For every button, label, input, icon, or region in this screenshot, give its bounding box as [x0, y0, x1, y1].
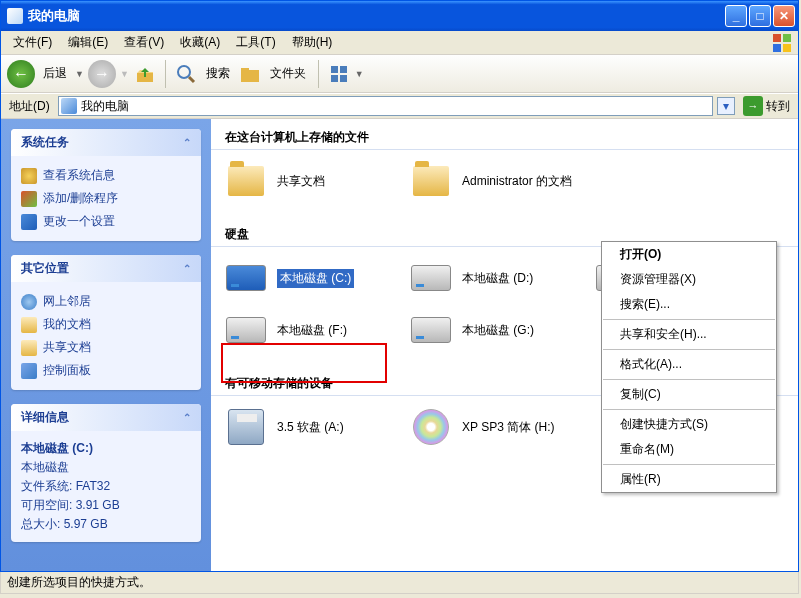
collapse-icon: ⌃: [183, 263, 191, 274]
floppy-icon: [225, 406, 267, 448]
views-dropdown-icon[interactable]: ▼: [355, 69, 364, 79]
svg-rect-0: [773, 34, 781, 42]
go-label: 转到: [766, 98, 790, 115]
panel-header[interactable]: 详细信息⌃: [11, 404, 201, 431]
cd-icon: [410, 406, 452, 448]
menu-explorer[interactable]: 资源管理器(X): [602, 267, 776, 292]
back-label[interactable]: 后退: [43, 65, 67, 82]
item-disk-c[interactable]: 本地磁盘 (C:): [225, 257, 390, 299]
item-disk-d[interactable]: 本地磁盘 (D:): [410, 257, 575, 299]
item-shared-documents[interactable]: 共享文档: [225, 160, 390, 202]
menu-rename[interactable]: 重命名(M): [602, 437, 776, 462]
window-title: 我的电脑: [28, 7, 723, 25]
menu-format[interactable]: 格式化(A)...: [602, 352, 776, 377]
settings-icon: [21, 214, 37, 230]
minimize-button[interactable]: _: [725, 5, 747, 27]
item-cd-h[interactable]: XP SP3 简体 (H:): [410, 406, 575, 448]
svg-rect-11: [340, 75, 347, 82]
svg-rect-6: [241, 70, 259, 82]
menu-open[interactable]: 打开(O): [602, 242, 776, 267]
item-admin-documents[interactable]: Administrator 的文档: [410, 160, 575, 202]
sidebar-item-change-setting[interactable]: 更改一个设置: [21, 210, 191, 233]
menu-properties[interactable]: 属性(R): [602, 467, 776, 492]
sidebar-item-system-info[interactable]: 查看系统信息: [21, 164, 191, 187]
menu-shortcut[interactable]: 创建快捷方式(S): [602, 412, 776, 437]
menu-separator: [603, 349, 775, 350]
disk-icon: [225, 309, 267, 351]
content-area[interactable]: 在这台计算机上存储的文件 共享文档 Administrator 的文档 硬盘 本…: [211, 119, 798, 571]
section-header-stored-files: 在这台计算机上存储的文件: [211, 119, 798, 150]
search-label[interactable]: 搜索: [206, 65, 230, 82]
svg-rect-10: [331, 75, 338, 82]
go-button[interactable]: → 转到: [739, 96, 794, 116]
sidebar-item-my-documents[interactable]: 我的文档: [21, 313, 191, 336]
address-field[interactable]: 我的电脑: [58, 96, 713, 116]
svg-rect-7: [241, 68, 249, 71]
my-computer-icon: [61, 98, 77, 114]
svg-rect-8: [331, 66, 338, 73]
menu-file[interactable]: 文件(F): [5, 31, 60, 54]
panel-header[interactable]: 其它位置⌃: [11, 255, 201, 282]
menu-separator: [603, 464, 775, 465]
menu-view[interactable]: 查看(V): [116, 31, 172, 54]
close-button[interactable]: ✕: [773, 5, 795, 27]
add-remove-icon: [21, 191, 37, 207]
item-floppy-a[interactable]: 3.5 软盘 (A:): [225, 406, 390, 448]
panel-other-places: 其它位置⌃ 网上邻居 我的文档 共享文档 控制面板: [11, 255, 201, 390]
sidebar-item-shared-docs[interactable]: 共享文档: [21, 336, 191, 359]
address-value: 我的电脑: [81, 98, 129, 115]
svg-rect-9: [340, 66, 347, 73]
toolbar-separator: [165, 60, 166, 88]
titlebar[interactable]: 我的电脑 _ □ ✕: [1, 1, 798, 31]
menu-search[interactable]: 搜索(E)...: [602, 292, 776, 317]
maximize-button[interactable]: □: [749, 5, 771, 27]
menu-share[interactable]: 共享和安全(H)...: [602, 322, 776, 347]
panel-header[interactable]: 系统任务⌃: [11, 129, 201, 156]
menu-separator: [603, 319, 775, 320]
item-disk-g[interactable]: 本地磁盘 (G:): [410, 309, 575, 351]
address-label: 地址(D): [5, 98, 54, 115]
svg-point-4: [178, 66, 190, 78]
back-dropdown-icon[interactable]: ▼: [75, 69, 84, 79]
context-menu: 打开(O) 资源管理器(X) 搜索(E)... 共享和安全(H)... 格式化(…: [601, 241, 777, 493]
detail-filesystem: 文件系统: FAT32: [21, 477, 191, 496]
sidebar-item-add-remove[interactable]: 添加/删除程序: [21, 187, 191, 210]
disk-icon: [410, 257, 452, 299]
folder-icon: [410, 160, 452, 202]
sidebar-item-control-panel[interactable]: 控制面板: [21, 359, 191, 382]
svg-line-5: [189, 77, 194, 82]
views-button[interactable]: [327, 62, 351, 86]
address-dropdown-icon[interactable]: ▾: [717, 97, 735, 115]
forward-dropdown-icon: ▼: [120, 69, 129, 79]
search-icon[interactable]: [174, 62, 198, 86]
shared-icon: [21, 340, 37, 356]
info-icon: [21, 168, 37, 184]
menu-favorites[interactable]: 收藏(A): [172, 31, 228, 54]
item-disk-f[interactable]: 本地磁盘 (F:): [225, 309, 390, 351]
toolbar-separator: [318, 60, 319, 88]
folders-label[interactable]: 文件夹: [270, 65, 306, 82]
menu-help[interactable]: 帮助(H): [284, 31, 341, 54]
my-computer-icon: [7, 8, 23, 24]
forward-button[interactable]: →: [88, 60, 116, 88]
detail-total-size: 总大小: 5.97 GB: [21, 515, 191, 534]
sidebar-item-network[interactable]: 网上邻居: [21, 290, 191, 313]
address-bar: 地址(D) 我的电脑 ▾ → 转到: [1, 93, 798, 119]
sidebar: 系统任务⌃ 查看系统信息 添加/删除程序 更改一个设置 其它位置⌃ 网上邻居 我…: [1, 119, 211, 571]
menu-edit[interactable]: 编辑(E): [60, 31, 116, 54]
collapse-icon: ⌃: [183, 412, 191, 423]
panel-details: 详细信息⌃ 本地磁盘 (C:) 本地磁盘 文件系统: FAT32 可用空间: 3…: [11, 404, 201, 542]
folders-icon[interactable]: [238, 62, 262, 86]
up-button[interactable]: [133, 62, 157, 86]
detail-free-space: 可用空间: 3.91 GB: [21, 496, 191, 515]
disk-icon: [225, 257, 267, 299]
menu-copy[interactable]: 复制(C): [602, 382, 776, 407]
detail-name: 本地磁盘 (C:): [21, 439, 191, 458]
panel-system-tasks: 系统任务⌃ 查看系统信息 添加/删除程序 更改一个设置: [11, 129, 201, 241]
svg-rect-1: [783, 34, 791, 42]
detail-type: 本地磁盘: [21, 458, 191, 477]
menu-tools[interactable]: 工具(T): [228, 31, 283, 54]
svg-rect-2: [773, 44, 781, 52]
folder-icon: [225, 160, 267, 202]
back-button[interactable]: ←: [7, 60, 35, 88]
